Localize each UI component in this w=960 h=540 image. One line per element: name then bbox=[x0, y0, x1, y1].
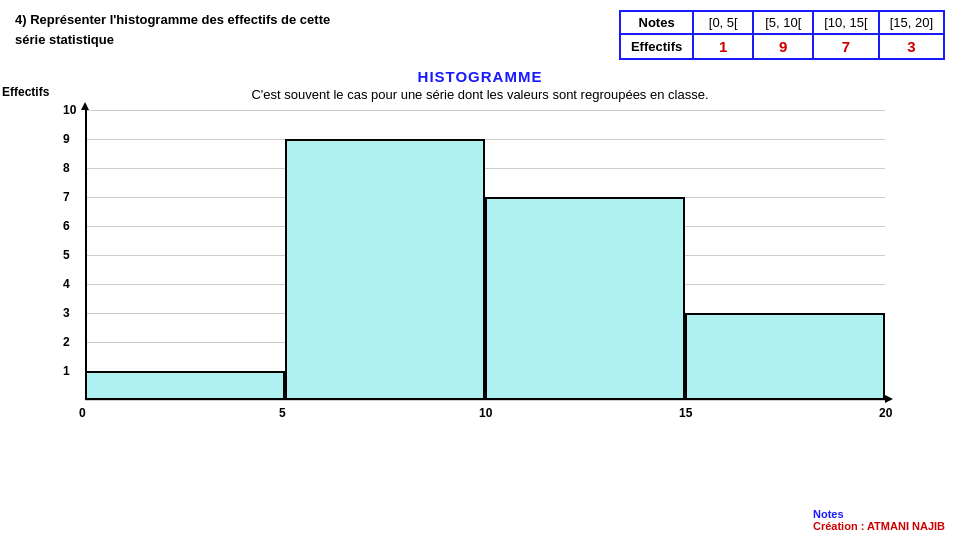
x-axis bbox=[85, 398, 885, 400]
value-3: 7 bbox=[813, 34, 878, 59]
effectifs-label: Effectifs bbox=[620, 34, 693, 59]
x-axis-arrow bbox=[885, 395, 893, 403]
x-label-4: 20 bbox=[879, 406, 892, 420]
x-label-3: 15 bbox=[679, 406, 692, 420]
y-tick-3: 3 bbox=[63, 306, 70, 320]
y-tick-6: 6 bbox=[63, 219, 70, 233]
x-label-2: 10 bbox=[479, 406, 492, 420]
bar-3 bbox=[685, 313, 885, 400]
histogram-title: HISTOGRAMME bbox=[15, 68, 945, 85]
bars-area bbox=[85, 110, 885, 400]
y-axis-arrow bbox=[81, 102, 89, 110]
bar-1 bbox=[285, 139, 485, 400]
value-4: 3 bbox=[879, 34, 944, 59]
question-text: 4) Représenter l'histogramme des effecti… bbox=[15, 10, 330, 49]
y-tick-2: 2 bbox=[63, 335, 70, 349]
y-tick-5: 5 bbox=[63, 248, 70, 262]
col-header-4: [15, 20] bbox=[879, 11, 944, 34]
footer-author: Création : ATMANI NAJIB bbox=[813, 520, 945, 532]
y-tick-8: 8 bbox=[63, 161, 70, 175]
y-tick-9: 9 bbox=[63, 132, 70, 146]
y-tick-1: 1 bbox=[63, 364, 70, 378]
col-header-3: [10, 15[ bbox=[813, 11, 878, 34]
footer-notes: Notes bbox=[813, 508, 844, 520]
value-1: 1 bbox=[693, 34, 753, 59]
y-tick-4: 4 bbox=[63, 277, 70, 291]
y-tick-10: 10 bbox=[63, 103, 76, 117]
bar-2 bbox=[485, 197, 685, 400]
data-table: Notes [0, 5[ [5, 10[ [10, 15[ [15, 20] E… bbox=[619, 10, 945, 60]
x-label-0: 0 bbox=[79, 406, 86, 420]
notes-label: Notes bbox=[620, 11, 693, 34]
page: 4) Représenter l'histogramme des effecti… bbox=[0, 0, 960, 540]
value-2: 9 bbox=[753, 34, 813, 59]
col-header-2: [5, 10[ bbox=[753, 11, 813, 34]
y-tick-7: 7 bbox=[63, 190, 70, 204]
bar-0 bbox=[85, 371, 285, 400]
y-axis-label: Effectifs bbox=[2, 85, 49, 99]
col-header-1: [0, 5[ bbox=[693, 11, 753, 34]
footer: Notes Création : ATMANI NAJIB bbox=[813, 508, 945, 532]
top-section: 4) Représenter l'histogramme des effecti… bbox=[15, 10, 945, 60]
grid-line-0 bbox=[85, 400, 885, 401]
histogram-subtitle: C'est souvent le cas pour une série dont… bbox=[15, 87, 945, 102]
x-label-1: 5 bbox=[279, 406, 286, 420]
chart-container: 12345678910 05101520 bbox=[45, 110, 905, 430]
chart-area: 12345678910 05101520 bbox=[45, 110, 925, 430]
